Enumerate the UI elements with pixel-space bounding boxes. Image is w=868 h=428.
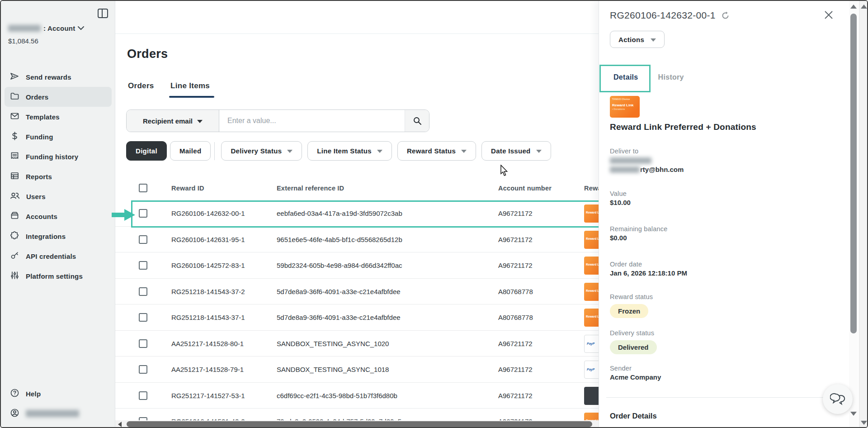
- sidebar-item-label: API credentials: [26, 252, 76, 260]
- sidebar-item-label: Platform settings: [26, 272, 83, 280]
- chat-button[interactable]: [823, 384, 853, 414]
- row-checkbox[interactable]: [139, 261, 147, 270]
- panel-scrollbar-thumb[interactable]: [850, 14, 857, 333]
- page-title: Orders: [127, 47, 168, 61]
- scroll-up-icon[interactable]: [861, 5, 867, 9]
- chevron-down-icon: [78, 26, 84, 30]
- sidebar-item-api-credentials[interactable]: API credentials: [5, 246, 112, 266]
- row-checkbox[interactable]: [139, 313, 147, 322]
- actions-label: Actions: [618, 36, 644, 43]
- cell-reward-id: RG260106-142632-00-1: [171, 209, 245, 217]
- account-switcher[interactable]: : Account: [8, 24, 84, 32]
- filter-toggle-digital[interactable]: Digital: [126, 141, 167, 161]
- horizontal-scrollbar[interactable]: [115, 420, 599, 428]
- field-delivery-status: Delivery status Delivered: [610, 329, 657, 354]
- search-button[interactable]: [405, 110, 429, 132]
- scroll-left-icon[interactable]: [118, 422, 122, 427]
- chat-icon: [830, 392, 845, 406]
- sidebar-item-label: Users: [26, 193, 46, 200]
- send-icon: [10, 71, 19, 82]
- app-window: : Account $1,084.56 Send rewards Orders …: [0, 0, 868, 428]
- sidebar-item-templates[interactable]: Templates: [5, 107, 112, 127]
- field-value: Value $10.00: [610, 190, 631, 206]
- close-icon[interactable]: [824, 10, 834, 20]
- sidebar-nav: Send rewards Orders Templates Funding Fu…: [5, 67, 112, 286]
- field-order-date: Order date Jan 6, 2026 12:18:10 PM: [610, 261, 687, 277]
- table-row[interactable]: AA251217-141528-80-1 SANDBOX_TESTING_ASY…: [115, 331, 617, 357]
- sidebar-collapse-icon[interactable]: [98, 9, 108, 18]
- panel-tabs: Details History: [613, 73, 684, 81]
- cell-account-number: A96721172: [498, 392, 533, 399]
- field-label: Remaining balance: [610, 225, 668, 233]
- row-checkbox[interactable]: [139, 365, 147, 374]
- sidebar-item-accounts[interactable]: Accounts: [5, 206, 112, 226]
- scroll-up-icon[interactable]: [850, 5, 857, 9]
- filter-dropdown-line-item-status[interactable]: Line Item Status: [307, 141, 392, 161]
- email-visible-part: rty@bhn.com: [640, 166, 684, 173]
- sidebar-item-users[interactable]: Users: [5, 186, 112, 206]
- active-tab-underline: [169, 96, 214, 98]
- sidebar-item-send-rewards[interactable]: Send rewards: [5, 67, 112, 87]
- panel-tab-details[interactable]: Details: [613, 73, 638, 81]
- table-row[interactable]: AA251217-141528-79-1 SANDBOX_TESTING_ASY…: [115, 357, 617, 383]
- table-row[interactable]: RG260106-142631-95-1 9651e6e5-46fe-4ab5-…: [115, 227, 617, 253]
- field-label: Delivery status: [610, 329, 657, 337]
- row-checkbox[interactable]: [139, 235, 147, 244]
- sidebar-item-profile[interactable]: [5, 404, 112, 423]
- panel-tab-history[interactable]: History: [658, 73, 684, 81]
- sidebar-item-platform-settings[interactable]: Platform settings: [5, 266, 112, 286]
- sidebar-item-funding[interactable]: Funding: [5, 127, 112, 147]
- page-scrollbar[interactable]: [859, 1, 868, 427]
- sidebar-item-funding-history[interactable]: Funding history: [5, 147, 112, 166]
- filter-dropdown-reward-status[interactable]: Reward Status: [397, 141, 476, 161]
- scroll-down-icon[interactable]: [850, 412, 857, 416]
- sidebar-item-reports[interactable]: Reports: [5, 166, 112, 186]
- field-label: Sender: [610, 365, 661, 372]
- chevron-down-icon: [377, 150, 382, 153]
- table-row[interactable]: RG251217-141527-53-1 c6df69cc-e2f1-4c35-…: [115, 383, 617, 409]
- column-header-account-number: Account number: [498, 185, 552, 192]
- sidebar-item-orders[interactable]: Orders: [5, 87, 112, 107]
- sidebar-item-label: Funding history: [26, 153, 78, 161]
- table-row[interactable]: RG251218-141543-37-2 5d7de8a9-36f6-4091-…: [115, 279, 617, 305]
- cell-reward-id: RG251217-141527-53-1: [171, 392, 245, 399]
- cell-account-number: A96721172: [498, 262, 533, 269]
- row-checkbox[interactable]: [139, 287, 147, 296]
- filter-row: Digital Mailed Delivery Status Line Item…: [126, 141, 551, 161]
- table-row[interactable]: RG260106-142572-83-1 59bd2324-605b-4e98-…: [115, 252, 617, 279]
- scroll-down-icon[interactable]: [861, 421, 867, 425]
- table-row[interactable]: RG251218-141543-37-1 5d7de8a9-36f6-4091-…: [115, 304, 617, 331]
- sidebar-item-integrations[interactable]: Integrations: [5, 226, 112, 246]
- tab-line-items[interactable]: Line Items: [170, 81, 210, 90]
- refresh-icon[interactable]: [721, 11, 730, 20]
- filter-label: Mailed: [179, 147, 201, 155]
- search-field-selector[interactable]: Recipient email: [127, 110, 219, 132]
- filter-dropdown-delivery-status[interactable]: Delivery Status: [221, 141, 302, 161]
- sliders-icon: [10, 271, 19, 281]
- row-checkbox[interactable]: [139, 339, 147, 348]
- filter-toggle-mailed[interactable]: Mailed: [170, 141, 211, 161]
- row-checkbox[interactable]: [139, 209, 147, 218]
- row-checkbox[interactable]: [139, 391, 147, 400]
- actions-button[interactable]: Actions: [610, 31, 665, 48]
- filter-dropdown-date-issued[interactable]: Date Issued: [481, 141, 551, 161]
- tab-orders[interactable]: Orders: [128, 81, 154, 90]
- cell-reward-id: RG251218-141543-37-1: [171, 314, 245, 321]
- top-divider: [115, 33, 613, 34]
- sidebar-item-label: Help: [26, 390, 41, 398]
- cell-external-reference-id: 5d7de8a9-36f6-4091-a33e-c21e4afbfdee: [277, 288, 401, 295]
- table-row[interactable]: RG260106-142632-00-1 eebfa6ed-03a4-417a-…: [115, 200, 617, 227]
- chevron-down-icon: [651, 38, 656, 42]
- cell-reward-id: RG260106-142572-83-1: [171, 262, 245, 269]
- sidebar-item-help[interactable]: Help: [5, 384, 112, 404]
- select-all-checkbox[interactable]: [139, 184, 147, 192]
- horizontal-scrollbar-thumb[interactable]: [127, 421, 592, 427]
- field-deliver-to: Deliver to rty@bhn.com: [610, 147, 684, 173]
- search-input[interactable]: [219, 110, 405, 132]
- search-group: Recipient email: [126, 109, 429, 132]
- panel-scrollbar[interactable]: [849, 1, 858, 427]
- field-value: $0.00: [610, 234, 668, 242]
- cell-external-reference-id: c6df69cc-e2f1-4c35-98bd-51b7f3f6d80b: [277, 392, 397, 399]
- cell-external-reference-id: 9651e6e5-46fe-4ab5-bf1c-d5568265d12b: [277, 236, 402, 243]
- cell-external-reference-id: SANDBOX_TESTING_ASYNC_1020: [277, 340, 389, 347]
